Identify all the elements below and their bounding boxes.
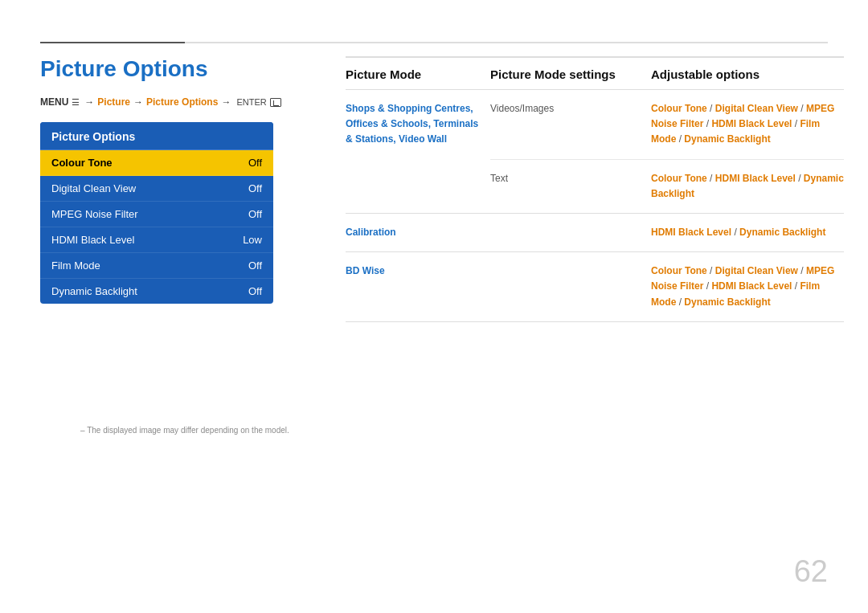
- header-picture-mode: Picture Mode: [346, 67, 490, 81]
- page-container: Picture Options MENU ☰ → Picture → Pictu…: [0, 0, 868, 613]
- menu-path: MENU ☰ → Picture → Picture Options → ENT…: [40, 96, 338, 108]
- mode-cell-3: BD Wise: [346, 264, 490, 310]
- header-picture-mode-settings: Picture Mode settings: [490, 67, 651, 81]
- picture-options-link: Picture Options: [146, 96, 218, 108]
- table-row-1: Shops & Shopping Centres, Offices & Scho…: [346, 90, 844, 214]
- digital-clean-view-label: Digital Clean View: [51, 182, 136, 194]
- menu-item-colour-tone[interactable]: Colour Tone Off: [40, 150, 273, 176]
- dynamic-backlight-value: Off: [248, 285, 262, 297]
- sub-row-1-2: Text Colour Tone / HDMI Black Level / Dy…: [490, 160, 844, 213]
- colour-tone-value: Off: [248, 157, 262, 169]
- page-number: 62: [794, 554, 828, 589]
- table-header: Picture Mode Picture Mode settings Adjus…: [346, 58, 844, 90]
- right-section: Picture Mode Picture Mode settings Adjus…: [346, 56, 844, 322]
- sub-rows-col-1: Videos/Images Colour Tone / Digital Clea…: [490, 90, 844, 213]
- film-mode-label: Film Mode: [51, 260, 100, 272]
- menu-icon: ☰: [72, 97, 80, 108]
- arrow-3: →: [221, 96, 231, 108]
- arrow-2: →: [133, 96, 143, 108]
- picture-link: Picture: [97, 96, 130, 108]
- hdmi-black-level-label: HDMI Black Level: [51, 234, 134, 246]
- film-mode-value: Off: [248, 260, 262, 272]
- mode-cell-1: Shops & Shopping Centres, Offices & Scho…: [346, 90, 490, 213]
- settings-cell-calibration: [490, 225, 651, 240]
- page-title: Picture Options: [40, 56, 338, 82]
- colour-tone-label: Colour Tone: [51, 157, 113, 169]
- options-cell-videos-images: Colour Tone / Digital Clean View / MPEG …: [651, 101, 844, 148]
- enter-label: ENTER: [236, 97, 266, 107]
- mpeg-noise-filter-label: MPEG Noise Filter: [51, 208, 138, 220]
- left-section: Picture Options MENU ☰ → Picture → Pictu…: [40, 56, 338, 304]
- table-row-2: Calibration HDMI Black Level / Dynamic B…: [346, 214, 844, 252]
- table-row-3: BD Wise Colour Tone / Digital Clean View…: [346, 252, 844, 322]
- settings-cell-text: Text: [490, 171, 651, 202]
- menu-item-dynamic-backlight[interactable]: Dynamic Backlight Off: [40, 279, 273, 304]
- disclaimer: – The displayed image may differ dependi…: [80, 426, 289, 435]
- enter-icon: [270, 98, 281, 107]
- options-cell-text: Colour Tone / HDMI Black Level / Dynamic…: [651, 171, 844, 202]
- dynamic-backlight-label: Dynamic Backlight: [51, 285, 137, 297]
- menu-item-digital-clean-view[interactable]: Digital Clean View Off: [40, 176, 273, 202]
- menu-box: Picture Options Colour Tone Off Digital …: [40, 122, 273, 304]
- hdmi-black-level-value: Low: [243, 234, 262, 246]
- arrow-1: →: [84, 96, 94, 108]
- mode-cell-2: Calibration: [346, 225, 490, 240]
- menu-item-hdmi-black-level[interactable]: HDMI Black Level Low: [40, 227, 273, 253]
- settings-cell-videos-images: Videos/Images: [490, 101, 651, 148]
- menu-box-title: Picture Options: [40, 122, 273, 150]
- options-cell-calibration: HDMI Black Level / Dynamic Backlight: [651, 225, 844, 240]
- mpeg-noise-filter-value: Off: [248, 208, 262, 220]
- digital-clean-view-value: Off: [248, 182, 262, 194]
- menu-label: MENU: [40, 96, 68, 108]
- sub-row-1-1: Videos/Images Colour Tone / Digital Clea…: [490, 90, 844, 160]
- top-decorative-line: [40, 42, 828, 43]
- menu-item-mpeg-noise-filter[interactable]: MPEG Noise Filter Off: [40, 202, 273, 227]
- menu-item-film-mode[interactable]: Film Mode Off: [40, 253, 273, 279]
- settings-cell-bdwise: [490, 264, 651, 310]
- options-cell-bdwise: Colour Tone / Digital Clean View / MPEG …: [651, 264, 844, 310]
- header-adjustable-options: Adjustable options: [651, 67, 844, 81]
